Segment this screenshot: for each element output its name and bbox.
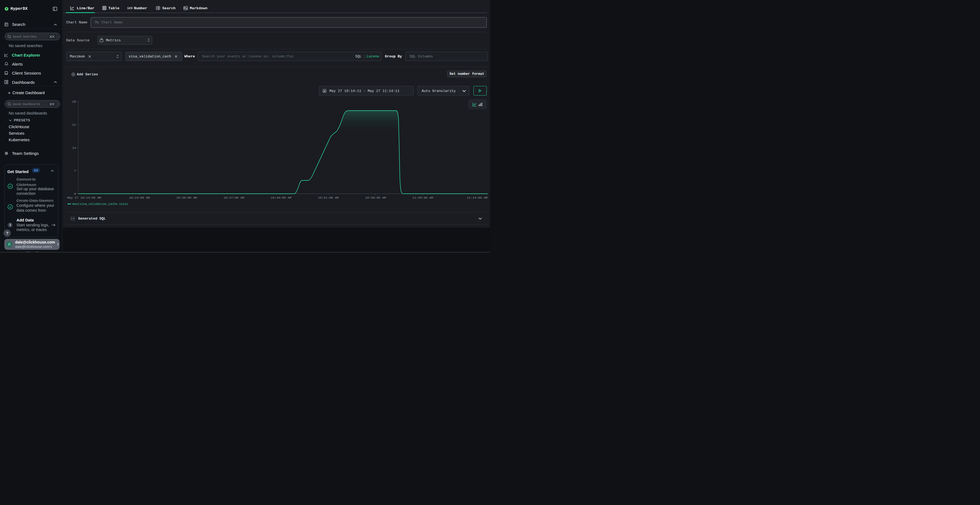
svg-text:10:44:00 AM: 10:44:00 AM: [271, 196, 291, 199]
svg-text:10:51:00 AM: 10:51:00 AM: [318, 196, 339, 199]
svg-text:May 27 10:14:00 AM: May 27 10:14:00 AM: [67, 196, 101, 199]
svg-text:11:14:00 AM: 11:14:00 AM: [467, 196, 488, 199]
svg-text:7: 7: [74, 169, 76, 173]
svg-text:10:37:00 AM: 10:37:00 AM: [223, 196, 244, 199]
svg-text:10:30:00 AM: 10:30:00 AM: [177, 196, 197, 199]
svg-text:14: 14: [72, 146, 76, 150]
svg-text:10:23:00 AM: 10:23:00 AM: [129, 196, 150, 199]
svg-text:10:58:00 AM: 10:58:00 AM: [365, 196, 386, 199]
svg-text:11:05:00 AM: 11:05:00 AM: [412, 196, 433, 199]
svg-text:28: 28: [72, 100, 76, 103]
svg-text:21: 21: [72, 123, 76, 127]
svg-text:0: 0: [74, 192, 76, 195]
